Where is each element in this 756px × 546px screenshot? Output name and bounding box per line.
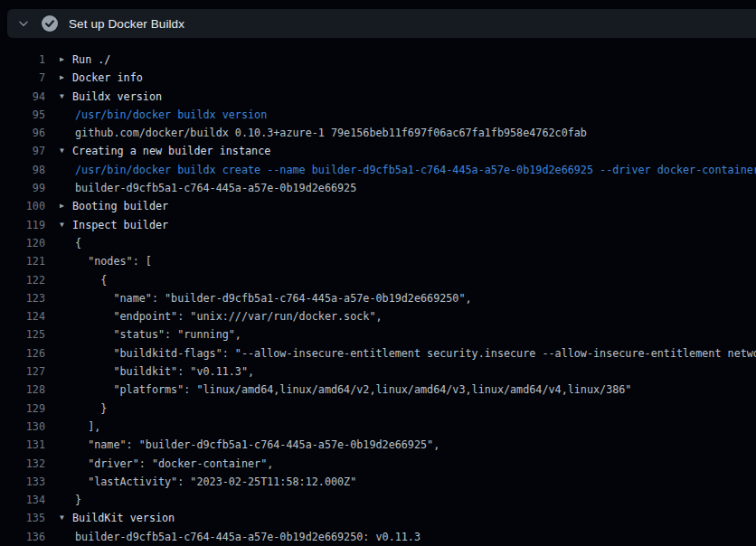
log-line: 96 github.com/docker/buildx 0.10.3+azure…	[0, 124, 756, 142]
line-number[interactable]: 123	[0, 289, 45, 307]
log-line[interactable]: 7 ▶ Docker info	[0, 69, 756, 87]
log-line[interactable]: 1 ▶ Run ./	[0, 51, 756, 69]
step-title: Set up Docker Buildx	[69, 17, 184, 31]
log-line: 131 "name": "builder-d9cfb5a1-c764-445a-…	[0, 436, 756, 454]
chevron-down-icon[interactable]	[14, 14, 33, 33]
log-line: 136 builder-d9cfb5a1-c764-445a-a57e-0b19…	[0, 528, 756, 546]
check-circle-icon	[42, 15, 58, 32]
line-number[interactable]: 135	[0, 509, 45, 527]
line-number[interactable]: 120	[0, 234, 45, 252]
line-number[interactable]: 97	[0, 142, 45, 160]
log-line: 126 "buildkitd-flags": "--allow-insecure…	[0, 344, 756, 362]
line-number[interactable]: 128	[0, 381, 45, 399]
line-text: Run ./	[72, 51, 756, 69]
log-line: 123 "name": "builder-d9cfb5a1-c764-445a-…	[0, 289, 756, 307]
step-header[interactable]: Set up Docker Buildx	[7, 9, 756, 38]
line-number[interactable]: 134	[0, 491, 45, 509]
line-text: "lastActivity": "2023-02-25T11:58:12.000…	[75, 473, 756, 491]
line-text: "name": "builder-d9cfb5a1-c764-445a-a57e…	[75, 289, 756, 307]
log-line: 124 "endpoint": "unix:///var/run/docker.…	[0, 307, 756, 325]
line-number[interactable]: 127	[0, 362, 45, 381]
line-text: "buildkitd-flags": "--allow-insecure-ent…	[75, 344, 756, 362]
line-text: {	[75, 234, 756, 252]
log-line[interactable]: 100 ▶ Booting builder	[0, 197, 756, 215]
log-line: 120 {	[0, 234, 756, 252]
line-number[interactable]: 136	[0, 528, 45, 546]
log-line: 132 "driver": "docker-container",	[0, 455, 756, 473]
log-line[interactable]: 119 ▼ Inspect builder	[0, 216, 756, 234]
line-number[interactable]: 1	[0, 51, 45, 69]
log-line: 122 {	[0, 271, 756, 289]
line-number[interactable]: 98	[0, 161, 45, 179]
log-line: 125 "status": "running",	[0, 325, 756, 344]
line-number[interactable]: 126	[0, 344, 45, 362]
line-text: "endpoint": "unix:///var/run/docker.sock…	[75, 307, 756, 325]
line-text: "buildkit": "v0.11.3",	[75, 362, 756, 381]
line-text: "nodes": [	[75, 252, 756, 270]
line-text: }	[75, 491, 756, 509]
line-number[interactable]: 119	[0, 216, 45, 234]
line-number[interactable]: 121	[0, 252, 45, 270]
line-text: "name": "builder-d9cfb5a1-c764-445a-a57e…	[75, 436, 756, 454]
line-text: {	[75, 271, 756, 289]
line-text: /usr/bin/docker buildx create --name bui…	[75, 161, 756, 179]
line-text: builder-d9cfb5a1-c764-445a-a57e-0b19d2e6…	[75, 528, 756, 546]
log-line: 95 /usr/bin/docker buildx version	[0, 106, 756, 124]
line-text: "status": "running",	[75, 325, 756, 344]
line-number[interactable]: 7	[0, 69, 45, 87]
log-line: 99 builder-d9cfb5a1-c764-445a-a57e-0b19d…	[0, 179, 756, 197]
line-text: BuildKit version	[72, 509, 756, 527]
line-text: "driver": "docker-container",	[75, 455, 756, 473]
log-line: 128 "platforms": "linux/amd64,linux/amd6…	[0, 381, 756, 399]
line-number[interactable]: 124	[0, 307, 45, 325]
line-text: "platforms": "linux/amd64,linux/amd64/v2…	[75, 381, 756, 399]
line-text: Creating a new builder instance	[72, 142, 756, 160]
line-number[interactable]: 94	[0, 88, 45, 106]
line-number[interactable]: 122	[0, 271, 45, 289]
line-text: Booting builder	[72, 197, 756, 215]
line-text: github.com/docker/buildx 0.10.3+azure-1 …	[75, 124, 756, 142]
line-text: /usr/bin/docker buildx version	[75, 106, 756, 124]
line-text: Buildx version	[72, 88, 756, 106]
line-number[interactable]: 99	[0, 179, 45, 197]
line-text: }	[75, 400, 756, 418]
line-number[interactable]: 129	[0, 400, 45, 418]
log-line: 98 /usr/bin/docker buildx create --name …	[0, 161, 756, 179]
log-line[interactable]: 135 ▼ BuildKit version	[0, 509, 756, 527]
line-number[interactable]: 133	[0, 473, 45, 491]
line-text: Docker info	[72, 69, 756, 87]
log-line: 127 "buildkit": "v0.11.3",	[0, 362, 756, 381]
log-line[interactable]: 94 ▼ Buildx version	[0, 88, 756, 106]
line-number[interactable]: 95	[0, 106, 45, 124]
line-number[interactable]: 96	[0, 124, 45, 142]
log-line[interactable]: 97 ▼ Creating a new builder instance	[0, 142, 756, 160]
log-line: 121 "nodes": [	[0, 252, 756, 270]
log-line: 134 }	[0, 491, 756, 509]
line-number[interactable]: 131	[0, 436, 45, 454]
log-line: 129 }	[0, 400, 756, 418]
line-text: Inspect builder	[72, 216, 756, 234]
line-number[interactable]: 100	[0, 197, 45, 215]
line-number[interactable]: 132	[0, 455, 45, 473]
log-line: 130 ],	[0, 418, 756, 436]
line-text: ],	[75, 418, 756, 436]
line-number[interactable]: 130	[0, 418, 45, 436]
line-text: builder-d9cfb5a1-c764-445a-a57e-0b19d2e6…	[75, 179, 756, 197]
log-lines: 1 ▶ Run ./ 7 ▶ Docker info 94 ▼ Buildx v…	[0, 51, 756, 546]
log-line: 133 "lastActivity": "2023-02-25T11:58:12…	[0, 473, 756, 491]
line-number[interactable]: 125	[0, 325, 45, 344]
